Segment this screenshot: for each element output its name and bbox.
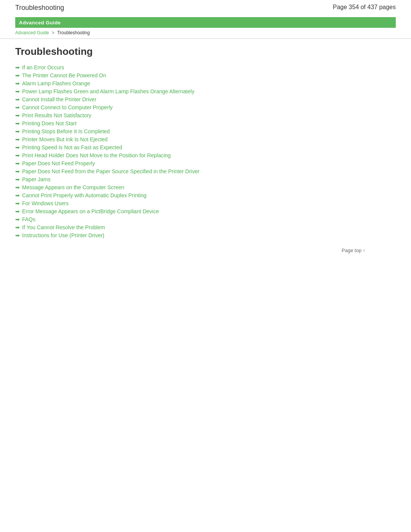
troubleshooting-link-0[interactable]: If an Error Occurs bbox=[22, 64, 64, 70]
troubleshooting-link-16[interactable]: Cannot Print Properly with Automatic Dup… bbox=[22, 192, 147, 198]
page-top-row: Page top ↑ bbox=[15, 248, 396, 253]
troubleshooting-link-14[interactable]: Paper Jams bbox=[22, 176, 51, 182]
main-content: Troubleshooting ➡If an Error Occurs➡The … bbox=[0, 39, 411, 268]
list-item: ➡Print Head Holder Does Not Move to the … bbox=[15, 152, 396, 158]
list-item: ➡Paper Does Not Feed Properly bbox=[15, 160, 396, 166]
arrow-icon: ➡ bbox=[15, 73, 20, 78]
troubleshooting-link-4[interactable]: Cannot Install the Printer Driver bbox=[22, 96, 96, 102]
list-item: ➡Cannot Connect to Computer Properly bbox=[15, 104, 396, 110]
list-item: ➡The Printer Cannot Be Powered On bbox=[15, 72, 396, 78]
troubleshooting-link-1[interactable]: The Printer Cannot Be Powered On bbox=[22, 72, 106, 78]
arrow-icon: ➡ bbox=[15, 161, 20, 166]
arrow-icon: ➡ bbox=[15, 113, 20, 118]
list-item: ➡Error Message Appears on a PictBridge C… bbox=[15, 208, 396, 214]
list-item: ➡Instructions for Use (Printer Driver) bbox=[15, 232, 396, 238]
troubleshooting-link-21[interactable]: Instructions for Use (Printer Driver) bbox=[22, 232, 104, 238]
list-item: ➡Print Results Not Satisfactory bbox=[15, 112, 396, 118]
troubleshooting-link-13[interactable]: Paper Does Not Feed from the Paper Sourc… bbox=[22, 168, 199, 174]
arrow-icon: ➡ bbox=[15, 129, 20, 134]
arrow-icon: ➡ bbox=[15, 177, 20, 182]
list-item: ➡FAQs bbox=[15, 216, 396, 222]
list-item: ➡For Windows Users bbox=[15, 200, 396, 206]
troubleshooting-link-10[interactable]: Printing Speed Is Not as Fast as Expecte… bbox=[22, 144, 122, 150]
troubleshooting-link-19[interactable]: FAQs bbox=[22, 216, 35, 222]
list-item: ➡Cannot Install the Printer Driver bbox=[15, 96, 396, 102]
breadcrumb-current: Troubleshooting bbox=[57, 30, 90, 35]
troubleshooting-link-20[interactable]: If You Cannot Resolve the Problem bbox=[22, 224, 105, 230]
troubleshooting-link-3[interactable]: Power Lamp Flashes Green and Alarm Lamp … bbox=[22, 88, 194, 94]
page-header: Troubleshooting Page 354 of 437 pages bbox=[0, 0, 411, 14]
troubleshooting-link-17[interactable]: For Windows Users bbox=[22, 200, 68, 206]
arrow-icon: ➡ bbox=[15, 137, 20, 142]
list-item: ➡Paper Does Not Feed from the Paper Sour… bbox=[15, 168, 396, 174]
list-item: ➡Power Lamp Flashes Green and Alarm Lamp… bbox=[15, 88, 396, 94]
arrow-icon: ➡ bbox=[15, 105, 20, 110]
advanced-guide-bar-label: Advanced Guide bbox=[19, 20, 61, 26]
list-item: ➡Message Appears on the Computer Screen bbox=[15, 184, 396, 190]
page-number: Page 354 of 437 pages bbox=[333, 4, 396, 11]
troubleshooting-link-7[interactable]: Printing Does Not Start bbox=[22, 120, 76, 126]
troubleshooting-link-list: ➡If an Error Occurs➡The Printer Cannot B… bbox=[15, 64, 396, 238]
troubleshooting-link-5[interactable]: Cannot Connect to Computer Properly bbox=[22, 104, 113, 110]
breadcrumb-separator: > bbox=[52, 30, 54, 35]
arrow-icon: ➡ bbox=[15, 169, 20, 174]
arrow-icon: ➡ bbox=[15, 185, 20, 190]
arrow-icon: ➡ bbox=[15, 145, 20, 150]
arrow-icon: ➡ bbox=[15, 217, 20, 222]
breadcrumb: Advanced Guide > Troubleshooting bbox=[0, 28, 411, 39]
arrow-icon: ➡ bbox=[15, 65, 20, 70]
troubleshooting-link-15[interactable]: Message Appears on the Computer Screen bbox=[22, 184, 124, 190]
list-item: ➡If an Error Occurs bbox=[15, 64, 396, 70]
list-item: ➡Alarm Lamp Flashes Orange bbox=[15, 80, 396, 86]
list-item: ➡Printing Stops Before It Is Completed bbox=[15, 128, 396, 134]
arrow-icon: ➡ bbox=[15, 89, 20, 94]
list-item: ➡Printing Does Not Start bbox=[15, 120, 396, 126]
page-top-link[interactable]: Page top ↑ bbox=[342, 248, 365, 253]
page-title-header: Troubleshooting bbox=[15, 4, 64, 12]
list-item: ➡Paper Jams bbox=[15, 176, 396, 182]
page-title: Troubleshooting bbox=[15, 46, 396, 58]
troubleshooting-link-11[interactable]: Print Head Holder Does Not Move to the P… bbox=[22, 152, 171, 158]
arrow-icon: ➡ bbox=[15, 153, 20, 158]
arrow-icon: ➡ bbox=[15, 121, 20, 126]
arrow-icon: ➡ bbox=[15, 97, 20, 102]
list-item: ➡Printing Speed Is Not as Fast as Expect… bbox=[15, 144, 396, 150]
troubleshooting-link-2[interactable]: Alarm Lamp Flashes Orange bbox=[22, 80, 90, 86]
breadcrumb-parent-link[interactable]: Advanced Guide bbox=[15, 30, 49, 35]
arrow-icon: ➡ bbox=[15, 209, 20, 214]
list-item: ➡If You Cannot Resolve the Problem bbox=[15, 224, 396, 230]
arrow-icon: ➡ bbox=[15, 233, 20, 238]
arrow-icon: ➡ bbox=[15, 225, 20, 230]
troubleshooting-link-9[interactable]: Printer Moves But Ink Is Not Ejected bbox=[22, 136, 108, 142]
list-item: ➡Cannot Print Properly with Automatic Du… bbox=[15, 192, 396, 198]
arrow-icon: ➡ bbox=[15, 81, 20, 86]
arrow-icon: ➡ bbox=[15, 201, 20, 206]
list-item: ➡Printer Moves But Ink Is Not Ejected bbox=[15, 136, 396, 142]
arrow-icon: ➡ bbox=[15, 193, 20, 198]
troubleshooting-link-8[interactable]: Printing Stops Before It Is Completed bbox=[22, 128, 110, 134]
troubleshooting-link-18[interactable]: Error Message Appears on a PictBridge Co… bbox=[22, 208, 159, 214]
advanced-guide-bar: Advanced Guide bbox=[15, 17, 396, 28]
troubleshooting-link-12[interactable]: Paper Does Not Feed Properly bbox=[22, 160, 95, 166]
troubleshooting-link-6[interactable]: Print Results Not Satisfactory bbox=[22, 112, 91, 118]
